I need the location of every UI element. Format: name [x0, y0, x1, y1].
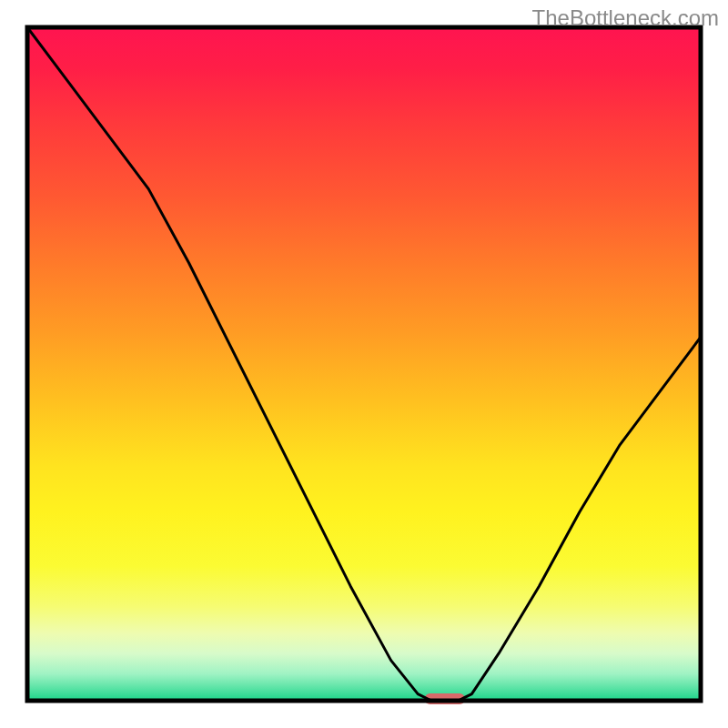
- watermark-text: TheBottleneck.com: [532, 5, 719, 31]
- gradient-background: [27, 27, 701, 701]
- bottleneck-chart: TheBottleneck.com: [0, 0, 728, 728]
- chart-svg: [0, 0, 728, 728]
